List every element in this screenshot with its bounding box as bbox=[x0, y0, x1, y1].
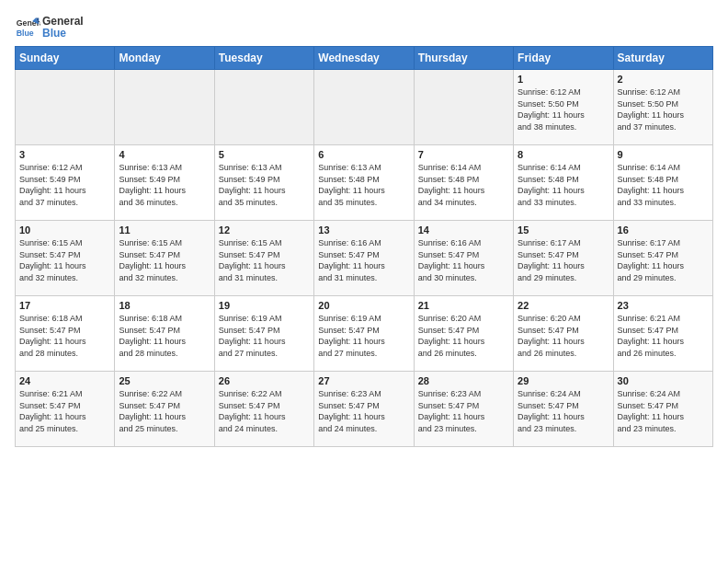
day-number: 25 bbox=[119, 375, 210, 386]
day-number: 27 bbox=[318, 375, 409, 386]
cell-content: Sunrise: 6:21 AM Sunset: 5:47 PM Dayligh… bbox=[618, 313, 709, 359]
day-number: 3 bbox=[19, 149, 110, 160]
cell-content: Sunrise: 6:24 AM Sunset: 5:47 PM Dayligh… bbox=[518, 388, 609, 434]
day-number: 13 bbox=[318, 224, 409, 236]
logo-blue: Blue bbox=[42, 28, 84, 40]
cell-content: Sunrise: 6:23 AM Sunset: 5:47 PM Dayligh… bbox=[318, 388, 409, 434]
cell-content: Sunrise: 6:14 AM Sunset: 5:48 PM Dayligh… bbox=[518, 162, 609, 208]
weekday-header-thursday: Thursday bbox=[414, 47, 513, 70]
cell-content: Sunrise: 6:22 AM Sunset: 5:47 PM Dayligh… bbox=[119, 388, 210, 434]
calendar-cell: 30Sunrise: 6:24 AM Sunset: 5:47 PM Dayli… bbox=[613, 372, 712, 447]
calendar-cell: 1Sunrise: 6:12 AM Sunset: 5:50 PM Daylig… bbox=[514, 70, 613, 145]
cell-content: Sunrise: 6:14 AM Sunset: 5:48 PM Dayligh… bbox=[418, 162, 509, 208]
day-number: 2 bbox=[618, 74, 709, 85]
calendar-cell: 6Sunrise: 6:13 AM Sunset: 5:48 PM Daylig… bbox=[314, 145, 414, 221]
cell-content: Sunrise: 6:23 AM Sunset: 5:47 PM Dayligh… bbox=[418, 388, 509, 434]
cell-content: Sunrise: 6:15 AM Sunset: 5:47 PM Dayligh… bbox=[119, 237, 210, 283]
calendar-cell: 22Sunrise: 6:20 AM Sunset: 5:47 PM Dayli… bbox=[514, 296, 613, 372]
weekday-header-friday: Friday bbox=[514, 47, 613, 70]
cell-content: Sunrise: 6:22 AM Sunset: 5:47 PM Dayligh… bbox=[219, 388, 310, 434]
day-number: 24 bbox=[19, 375, 110, 386]
day-number: 16 bbox=[618, 224, 709, 236]
cell-content: Sunrise: 6:16 AM Sunset: 5:47 PM Dayligh… bbox=[318, 237, 409, 283]
day-number: 1 bbox=[518, 74, 609, 85]
cell-content: Sunrise: 6:16 AM Sunset: 5:47 PM Dayligh… bbox=[418, 237, 509, 283]
calendar-cell: 17Sunrise: 6:18 AM Sunset: 5:47 PM Dayli… bbox=[16, 296, 115, 372]
calendar-week-4: 17Sunrise: 6:18 AM Sunset: 5:47 PM Dayli… bbox=[16, 296, 713, 372]
cell-content: Sunrise: 6:17 AM Sunset: 5:47 PM Dayligh… bbox=[518, 237, 609, 283]
calendar-cell: 14Sunrise: 6:16 AM Sunset: 5:47 PM Dayli… bbox=[414, 221, 513, 296]
logo: General Blue General Blue bbox=[15, 15, 84, 40]
day-number: 14 bbox=[418, 224, 509, 236]
cell-content: Sunrise: 6:18 AM Sunset: 5:47 PM Dayligh… bbox=[119, 313, 210, 359]
header: General Blue General Blue bbox=[15, 15, 713, 40]
cell-content: Sunrise: 6:20 AM Sunset: 5:47 PM Dayligh… bbox=[418, 313, 509, 359]
cell-content: Sunrise: 6:15 AM Sunset: 5:47 PM Dayligh… bbox=[219, 237, 310, 283]
weekday-header-wednesday: Wednesday bbox=[314, 47, 414, 70]
cell-content: Sunrise: 6:12 AM Sunset: 5:50 PM Dayligh… bbox=[618, 86, 709, 132]
cell-content: Sunrise: 6:19 AM Sunset: 5:47 PM Dayligh… bbox=[318, 313, 409, 359]
calendar-cell: 3Sunrise: 6:12 AM Sunset: 5:49 PM Daylig… bbox=[16, 145, 115, 221]
calendar-cell: 26Sunrise: 6:22 AM Sunset: 5:47 PM Dayli… bbox=[214, 372, 313, 447]
day-number: 9 bbox=[618, 149, 709, 160]
calendar-cell: 18Sunrise: 6:18 AM Sunset: 5:47 PM Dayli… bbox=[115, 296, 214, 372]
day-number: 29 bbox=[518, 375, 609, 386]
calendar-cell: 27Sunrise: 6:23 AM Sunset: 5:47 PM Dayli… bbox=[314, 372, 414, 447]
calendar-cell: 5Sunrise: 6:13 AM Sunset: 5:49 PM Daylig… bbox=[214, 145, 313, 221]
calendar-cell bbox=[414, 70, 513, 145]
calendar-cell: 25Sunrise: 6:22 AM Sunset: 5:47 PM Dayli… bbox=[115, 372, 214, 447]
day-number: 5 bbox=[219, 149, 310, 160]
weekday-header-tuesday: Tuesday bbox=[214, 47, 313, 70]
cell-content: Sunrise: 6:13 AM Sunset: 5:48 PM Dayligh… bbox=[318, 162, 409, 208]
calendar-cell: 9Sunrise: 6:14 AM Sunset: 5:48 PM Daylig… bbox=[613, 145, 712, 221]
calendar-table: SundayMondayTuesdayWednesdayThursdayFrid… bbox=[15, 46, 713, 447]
calendar-cell: 7Sunrise: 6:14 AM Sunset: 5:48 PM Daylig… bbox=[414, 145, 513, 221]
calendar-cell: 16Sunrise: 6:17 AM Sunset: 5:47 PM Dayli… bbox=[613, 221, 712, 296]
cell-content: Sunrise: 6:14 AM Sunset: 5:48 PM Dayligh… bbox=[618, 162, 709, 208]
cell-content: Sunrise: 6:13 AM Sunset: 5:49 PM Dayligh… bbox=[119, 162, 210, 208]
day-number: 4 bbox=[119, 149, 210, 160]
day-number: 11 bbox=[119, 224, 210, 236]
day-number: 26 bbox=[219, 375, 310, 386]
day-number: 8 bbox=[518, 149, 609, 160]
calendar-cell: 8Sunrise: 6:14 AM Sunset: 5:48 PM Daylig… bbox=[514, 145, 613, 221]
cell-content: Sunrise: 6:18 AM Sunset: 5:47 PM Dayligh… bbox=[19, 313, 110, 359]
calendar-cell: 20Sunrise: 6:19 AM Sunset: 5:47 PM Dayli… bbox=[314, 296, 414, 372]
day-number: 15 bbox=[518, 224, 609, 236]
cell-content: Sunrise: 6:19 AM Sunset: 5:47 PM Dayligh… bbox=[219, 313, 310, 359]
day-number: 21 bbox=[418, 300, 509, 311]
calendar-cell: 4Sunrise: 6:13 AM Sunset: 5:49 PM Daylig… bbox=[115, 145, 214, 221]
day-number: 22 bbox=[518, 300, 609, 311]
cell-content: Sunrise: 6:13 AM Sunset: 5:49 PM Dayligh… bbox=[219, 162, 310, 208]
calendar-cell: 10Sunrise: 6:15 AM Sunset: 5:47 PM Dayli… bbox=[16, 221, 115, 296]
cell-content: Sunrise: 6:12 AM Sunset: 5:50 PM Dayligh… bbox=[518, 86, 609, 132]
weekday-header-sunday: Sunday bbox=[16, 47, 115, 70]
logo-icon: General Blue bbox=[15, 15, 40, 40]
calendar-cell: 15Sunrise: 6:17 AM Sunset: 5:47 PM Dayli… bbox=[514, 221, 613, 296]
calendar-cell: 11Sunrise: 6:15 AM Sunset: 5:47 PM Dayli… bbox=[115, 221, 214, 296]
day-number: 18 bbox=[119, 300, 210, 311]
cell-content: Sunrise: 6:12 AM Sunset: 5:49 PM Dayligh… bbox=[19, 162, 110, 208]
calendar-cell: 12Sunrise: 6:15 AM Sunset: 5:47 PM Dayli… bbox=[214, 221, 313, 296]
calendar-cell: 2Sunrise: 6:12 AM Sunset: 5:50 PM Daylig… bbox=[613, 70, 712, 145]
day-number: 30 bbox=[618, 375, 709, 386]
calendar-cell bbox=[314, 70, 414, 145]
page-container: General Blue General Blue SundayMondayTu… bbox=[0, 0, 728, 456]
calendar-cell: 19Sunrise: 6:19 AM Sunset: 5:47 PM Dayli… bbox=[214, 296, 313, 372]
calendar-week-2: 3Sunrise: 6:12 AM Sunset: 5:49 PM Daylig… bbox=[16, 145, 713, 221]
day-number: 10 bbox=[19, 224, 110, 236]
calendar-cell bbox=[214, 70, 313, 145]
calendar-cell: 24Sunrise: 6:21 AM Sunset: 5:47 PM Dayli… bbox=[16, 372, 115, 447]
calendar-week-1: 1Sunrise: 6:12 AM Sunset: 5:50 PM Daylig… bbox=[16, 70, 713, 145]
calendar-cell: 23Sunrise: 6:21 AM Sunset: 5:47 PM Dayli… bbox=[613, 296, 712, 372]
cell-content: Sunrise: 6:20 AM Sunset: 5:47 PM Dayligh… bbox=[518, 313, 609, 359]
calendar-cell: 13Sunrise: 6:16 AM Sunset: 5:47 PM Dayli… bbox=[314, 221, 414, 296]
cell-content: Sunrise: 6:24 AM Sunset: 5:47 PM Dayligh… bbox=[618, 388, 709, 434]
weekday-header-monday: Monday bbox=[115, 47, 214, 70]
calendar-cell: 21Sunrise: 6:20 AM Sunset: 5:47 PM Dayli… bbox=[414, 296, 513, 372]
day-number: 19 bbox=[219, 300, 310, 311]
weekday-header-saturday: Saturday bbox=[613, 47, 712, 70]
calendar-week-3: 10Sunrise: 6:15 AM Sunset: 5:47 PM Dayli… bbox=[16, 221, 713, 296]
day-number: 6 bbox=[318, 149, 409, 160]
calendar-header-row: SundayMondayTuesdayWednesdayThursdayFrid… bbox=[16, 47, 713, 70]
